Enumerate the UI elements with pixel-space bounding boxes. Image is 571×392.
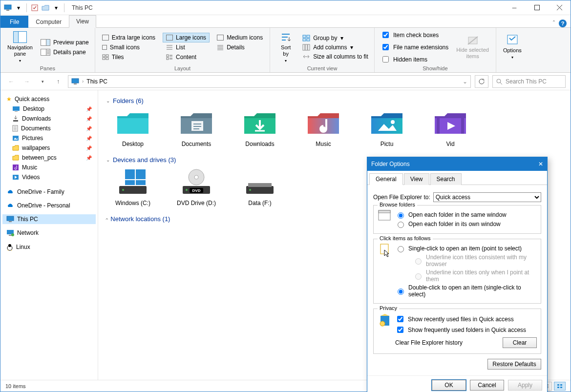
layout-details[interactable]: Details	[214, 43, 266, 52]
layout-list[interactable]: List	[163, 43, 209, 52]
check-recent-files[interactable]: Show recently used files in Quick access	[395, 314, 537, 324]
svg-rect-71	[437, 118, 440, 134]
dialog-titlebar[interactable]: Folder Options ✕	[367, 157, 547, 171]
tab-computer[interactable]: Computer	[28, 16, 69, 28]
ribbon-collapse-icon[interactable]: ˆ	[553, 20, 555, 27]
maximize-button[interactable]	[526, 0, 548, 15]
star-icon: ★	[6, 96, 12, 103]
group-by-button[interactable]: Group by ▾	[300, 34, 370, 42]
preview-pane-button[interactable]: Preview pane	[39, 38, 91, 47]
radio-single-click[interactable]: Single-click to open an item (point to s…	[395, 245, 537, 252]
add-columns-button[interactable]: Add columns ▾	[300, 43, 370, 52]
sidebar-item-downloads[interactable]: Downloads📌	[2, 114, 96, 124]
folder-icon[interactable]	[41, 3, 50, 12]
sidebar-this-pc[interactable]: This PC	[2, 214, 96, 224]
address-text: This PC	[86, 78, 107, 85]
radio-underline-point[interactable]: Underline icon titles only when I point …	[413, 269, 537, 283]
layout-tiles[interactable]: Tiles	[99, 53, 158, 62]
folder-downloads[interactable]: Downloads	[238, 108, 282, 147]
details-pane-button[interactable]: Details pane	[39, 48, 91, 57]
dialog-tab-search[interactable]: Search	[430, 173, 462, 185]
layout-medium[interactable]: Medium icons	[214, 33, 266, 42]
explorer-window: ▾ ▾ This PC ─ File Computer View ˆ ? Nav…	[0, 0, 571, 392]
dialog-close-button[interactable]: ✕	[538, 161, 543, 167]
item-checkboxes-toggle[interactable]: Item check boxes	[379, 29, 450, 41]
folder-documents[interactable]: Documents	[174, 108, 218, 147]
drive-dvd[interactable]: DVDDVD Drive (D:)	[174, 167, 218, 206]
folder-pictures[interactable]: Pictu	[365, 108, 409, 147]
close-button[interactable]	[548, 0, 571, 15]
qat-dropdown-icon[interactable]: ▾	[52, 3, 61, 12]
svg-rect-20	[103, 55, 105, 57]
folder-videos[interactable]: Vid	[428, 108, 472, 147]
svg-rect-76	[136, 169, 146, 179]
sidebar-linux[interactable]: Linux	[2, 242, 96, 252]
svg-point-99	[380, 321, 385, 326]
back-button[interactable]: ←	[5, 76, 17, 87]
radio-double-click[interactable]: Double-click to open an item (single-cli…	[395, 284, 537, 298]
sidebar-network[interactable]: Network	[2, 228, 96, 238]
show-hide-group-label: Show/hide	[379, 64, 492, 71]
svg-rect-48	[15, 111, 18, 112]
up-button[interactable]: ↑	[52, 76, 64, 87]
svg-point-61	[11, 233, 14, 236]
help-icon[interactable]: ?	[559, 20, 567, 27]
svg-point-69	[321, 126, 326, 131]
radio-underline-browser[interactable]: Underline icon titles consistent with my…	[413, 254, 537, 268]
svg-point-74	[122, 189, 124, 191]
layout-extra-large[interactable]: Extra large icons	[99, 33, 158, 42]
tab-file[interactable]: File	[0, 16, 28, 28]
refresh-button[interactable]	[475, 75, 488, 88]
tab-view[interactable]: View	[69, 15, 96, 28]
folder-desktop[interactable]: Desktop	[111, 108, 155, 147]
check-frequent-folders[interactable]: Show frequently used folders in Quick ac…	[395, 325, 537, 334]
clear-button[interactable]: Clear	[503, 337, 537, 348]
options-button[interactable]: Options▾	[500, 32, 525, 62]
address-field[interactable]: › This PC ⌄	[68, 75, 471, 88]
radio-own-window[interactable]: Open each folder in its own window	[395, 220, 537, 228]
drive-data[interactable]: Data (F:)	[238, 167, 282, 206]
large-icons-view-button[interactable]	[554, 382, 566, 391]
radio-same-window[interactable]: Open each folder in the same window	[395, 211, 537, 219]
hide-selected-button[interactable]: Hide selected items	[453, 33, 492, 62]
sidebar-item-desktop[interactable]: Desktop📌	[2, 104, 96, 114]
current-view-group-label: Current view	[274, 64, 370, 71]
search-field[interactable]: Search This PC	[492, 75, 566, 88]
layout-content[interactable]: Content	[163, 53, 209, 62]
folder-music[interactable]: Music	[301, 108, 345, 147]
dialog-tab-view[interactable]: View	[404, 173, 429, 185]
ok-button[interactable]: OK	[432, 380, 466, 391]
section-folders[interactable]: ⌄Folders (6)	[106, 97, 563, 104]
layout-large[interactable]: Large icons	[163, 33, 209, 42]
sidebar-item-videos[interactable]: Videos	[2, 172, 96, 182]
sidebar-item-pictures[interactable]: Pictures📌	[2, 133, 96, 143]
apply-button[interactable]: Apply	[508, 380, 542, 391]
address-dropdown-icon[interactable]: ⌄	[463, 78, 467, 85]
size-columns-button[interactable]: Size all columns to fit	[300, 52, 370, 61]
file-extensions-toggle[interactable]: File name extensions	[379, 41, 450, 53]
drive-c[interactable]: Windows (C:)	[111, 167, 155, 206]
navigation-pane-button[interactable]: Navigation pane▾	[4, 29, 36, 65]
hidden-items-toggle[interactable]: Hidden items	[379, 54, 450, 65]
sidebar-onedrive-family[interactable]: OneDrive - Family	[2, 187, 96, 197]
open-explorer-select[interactable]: Quick access	[433, 192, 541, 202]
recent-button[interactable]: ▾	[37, 76, 48, 87]
minimize-button[interactable]: ─	[503, 0, 526, 15]
dialog-tab-general[interactable]: General	[369, 173, 403, 185]
restore-defaults-button[interactable]: Restore Defaults	[487, 359, 541, 370]
forward-button[interactable]: →	[21, 76, 33, 87]
cancel-button[interactable]: Cancel	[470, 380, 504, 391]
sidebar-item-documents[interactable]: Documents📌	[2, 124, 96, 133]
svg-rect-75	[125, 169, 135, 179]
sidebar-item-wallpapers[interactable]: wallpapers📌	[2, 143, 96, 153]
sidebar-item-between-pcs[interactable]: between_pcs📌	[2, 153, 96, 163]
sidebar-quick-access[interactable]: ★Quick access	[2, 94, 96, 104]
sidebar: ★Quick access Desktop📌 Downloads📌 Docume…	[0, 90, 98, 380]
sort-by-button[interactable]: Sort by▾	[274, 29, 297, 65]
svg-text:DVD: DVD	[192, 188, 201, 193]
properties-icon[interactable]	[30, 3, 39, 12]
dropdown-icon[interactable]: ▾	[14, 3, 23, 12]
sidebar-item-music[interactable]: Music	[2, 163, 96, 172]
layout-small[interactable]: Small icons	[99, 43, 158, 52]
sidebar-onedrive-personal[interactable]: OneDrive - Personal	[2, 201, 96, 210]
